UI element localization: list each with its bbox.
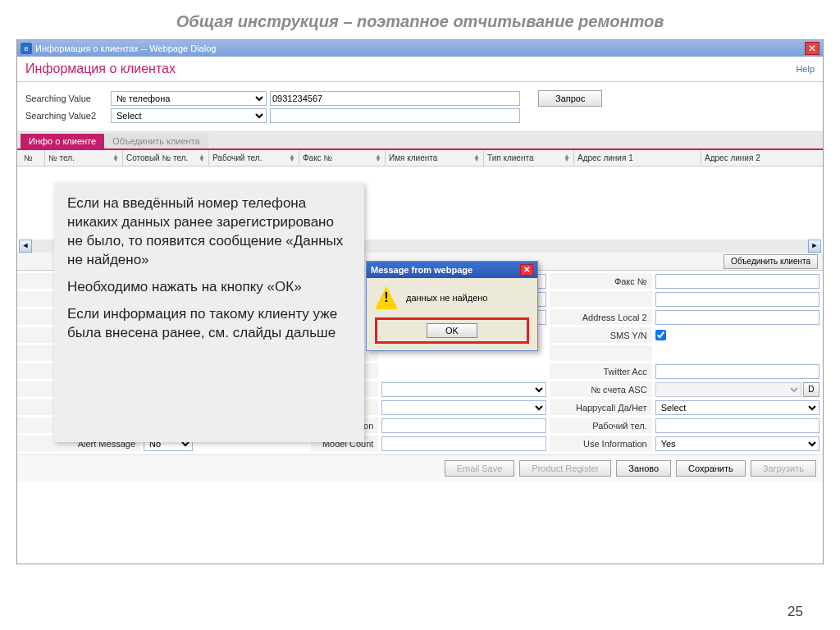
email-save-button: Email Save: [445, 460, 515, 477]
ok-button[interactable]: OK: [427, 323, 477, 338]
col-work-phone[interactable]: Рабочий тел.▲▼: [209, 150, 299, 166]
col-num[interactable]: №: [21, 150, 45, 166]
col-client-type[interactable]: Тип клиента▲▼: [484, 150, 574, 166]
window-titlebar: e Информация о клиентах -- Webpage Dialo…: [17, 40, 823, 57]
message-dialog: Message from webpage ✕ ! данных не найде…: [366, 261, 538, 351]
addr-local2-field[interactable]: [655, 310, 819, 325]
message-title: Message from webpage: [371, 265, 472, 275]
sort-icon[interactable]: ▲▼: [199, 155, 205, 162]
reset-button[interactable]: Заново: [616, 460, 671, 477]
label-work-phone: Рабочий тел.: [550, 418, 652, 434]
label-use-info: Use Information: [550, 436, 652, 452]
col-fax[interactable]: Факс №▲▼: [299, 150, 386, 166]
message-titlebar: Message from webpage ✕: [367, 262, 537, 278]
happycall-select[interactable]: Select: [655, 400, 819, 415]
label-addr-local2: Address Local 2: [550, 309, 652, 326]
message-text: данных не найдено: [406, 293, 487, 303]
warning-icon: !: [375, 286, 398, 309]
tabs-row: Инфо о клиенте Объединить клиента: [17, 132, 823, 150]
label-sms: SMS Y/N: [550, 327, 652, 344]
search-select-2[interactable]: Select: [111, 108, 267, 123]
d-button[interactable]: D: [803, 382, 819, 397]
window-close-button[interactable]: ✕: [805, 42, 819, 55]
grid-header: № № тел.▲▼ Сотовый № тел.▲▼ Рабочий тел.…: [17, 150, 823, 167]
search-input-1[interactable]: [270, 91, 520, 106]
tab-merge-client[interactable]: Объединить клиента: [104, 134, 208, 148]
fax-field[interactable]: [655, 274, 819, 289]
help-link[interactable]: Help: [796, 64, 815, 74]
search-input-2[interactable]: [270, 108, 520, 123]
message-ok-highlight: OK: [375, 317, 529, 344]
sort-icon[interactable]: ▲▼: [289, 155, 295, 162]
page-number: 25: [788, 604, 803, 620]
note-p2: Необходимо нажать на кнопку «ОК»: [67, 278, 351, 297]
sort-icon[interactable]: ▲▼: [473, 155, 480, 162]
label-happycall: Happycall Да/Нет: [550, 399, 652, 416]
bottom-buttons: Email Save Product Register Заново Сохра…: [17, 454, 823, 482]
field-7b[interactable]: [381, 382, 546, 397]
sms-checkbox[interactable]: [655, 330, 666, 340]
col-phone[interactable]: № тел.▲▼: [45, 150, 123, 166]
sort-icon[interactable]: ▲▼: [564, 155, 570, 162]
col-client-name[interactable]: Имя клиента▲▼: [386, 150, 484, 166]
col-addr1[interactable]: Адрес линия 1: [574, 150, 701, 166]
search-area: Searching Value № телефона Запрос Search…: [17, 82, 823, 132]
label-asc-account: № счета ASC: [550, 381, 652, 398]
sort-icon[interactable]: ▲▼: [112, 155, 119, 162]
save-button[interactable]: Сохранить: [676, 460, 746, 477]
product-register-button: Product Register: [519, 460, 611, 477]
search-label-1: Searching Value: [25, 94, 107, 103]
sort-icon[interactable]: ▲▼: [375, 155, 381, 162]
page-header: Информация о клиентах Help: [17, 57, 823, 82]
note-p1: Если на введённый номер телефона никаких…: [67, 194, 351, 270]
search-select-1[interactable]: № телефона: [111, 91, 267, 106]
tab-client-info[interactable]: Инфо о клиенте: [21, 134, 104, 148]
field-8b[interactable]: [381, 400, 546, 415]
window-title: Информация о клиентах -- Webpage Dialog: [35, 43, 216, 53]
twitter-field[interactable]: [655, 364, 819, 379]
message-close-button[interactable]: ✕: [520, 264, 533, 276]
label-fax: Факс №: [550, 273, 652, 290]
use-info-select[interactable]: Yes: [655, 436, 819, 451]
page-title: Информация о клиентах: [25, 62, 176, 76]
col-mobile[interactable]: Сотовый № тел.▲▼: [123, 150, 209, 166]
field-2c[interactable]: [655, 292, 819, 307]
label-twitter: Twitter Acc: [550, 363, 652, 380]
load-button: Загрузить: [751, 460, 816, 477]
position-field[interactable]: [381, 418, 546, 433]
slide-title: Общая инструкция – поэтапное отчитывание…: [0, 0, 840, 39]
col-addr2[interactable]: Адрес линия 2: [701, 150, 819, 166]
scroll-left-icon[interactable]: ◄: [19, 240, 32, 253]
model-count-field[interactable]: [381, 436, 546, 451]
merge-client-button[interactable]: Объединить клиента: [724, 254, 818, 269]
instruction-note: Если на введённый номер телефона никаких…: [54, 183, 364, 442]
search-label-2: Searching Value2: [25, 111, 107, 121]
work-phone-field[interactable]: [655, 418, 819, 433]
scroll-right-icon[interactable]: ►: [808, 240, 821, 253]
ie-icon: e: [21, 43, 32, 54]
query-button[interactable]: Запрос: [538, 90, 602, 107]
asc-account-select: [655, 382, 801, 397]
note-p3: Если информация по такому клиенту уже бы…: [67, 305, 351, 343]
